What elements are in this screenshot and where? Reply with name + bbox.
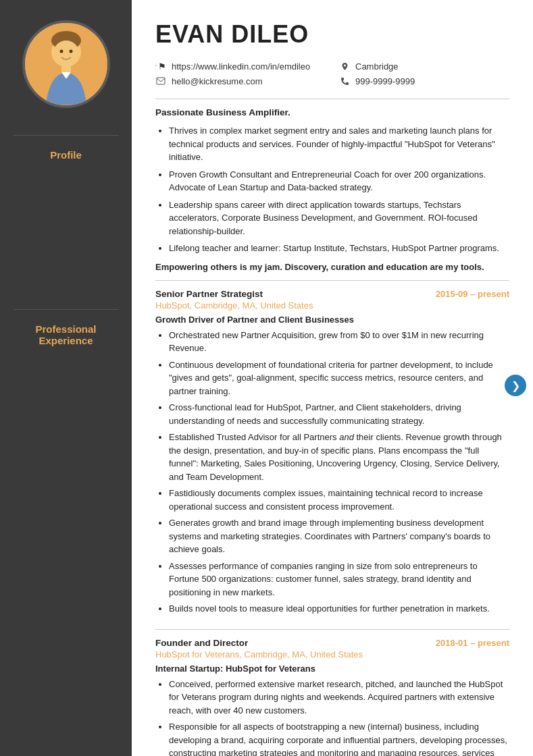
- linkedin-item: ⚑ https://www.linkedin.com/in/emdileo: [155, 61, 326, 72]
- experience-divider: [14, 309, 119, 310]
- profile-bullets: Thrives in complex market segment entry …: [155, 124, 509, 255]
- phone-text: 999-9999-9999: [355, 76, 415, 86]
- svg-point-4: [59, 50, 63, 53]
- exp-bullets-2: Conceived, performed extensive market re…: [155, 678, 509, 757]
- list-item: Conceived, performed extensive market re…: [169, 678, 509, 718]
- list-item: Thrives in complex market segment entry …: [169, 124, 509, 164]
- exp-subtitle-1: Growth Driver of Partner and Client Busi…: [155, 315, 509, 325]
- list-item: Assesses performance of companies rangin…: [169, 560, 509, 599]
- list-item: Cross-functional lead for HubSpot, Partn…: [169, 401, 509, 427]
- avatar-image: [25, 23, 107, 105]
- list-item: Continuous development of foundational c…: [169, 358, 509, 398]
- exp-company-2: HubSpot for Veterans, Cambridge, MA, Uni…: [155, 649, 509, 659]
- exp-title-1: Senior Partner Strategist: [155, 289, 263, 299]
- svg-rect-6: [61, 64, 71, 72]
- email-icon: [155, 76, 166, 86]
- page-wrapper: Profile Professional Experience EVAN DIL…: [0, 0, 533, 756]
- list-item: Orchestrated new Partner Acquisition, gr…: [169, 329, 509, 355]
- list-item: Fastidiously documents complex issues, m…: [169, 487, 509, 513]
- contact-info: ⚑ https://www.linkedin.com/in/emdileo Ca…: [155, 61, 509, 86]
- exp-header-1: Senior Partner Strategist 2015-09 – pres…: [155, 289, 509, 299]
- list-item: Established Trusted Advisor for all Part…: [169, 431, 509, 483]
- exp-subtitle-2: Internal Startup: HubSpot for Veterans: [155, 664, 509, 674]
- location-text: Cambridge: [355, 61, 399, 72]
- main-content: EVAN DILEO ⚑ https://www.linkedin.com/in…: [132, 0, 533, 756]
- exp-bullets-1: Orchestrated new Partner Acquisition, gr…: [155, 329, 509, 616]
- header-divider: [155, 99, 509, 99]
- exp-company-1: HubSpot, Cambridge, MA, United States: [155, 300, 509, 310]
- profile-tagline: Passionate Business Amplifier.: [155, 107, 509, 117]
- linkedin-icon: ⚑: [155, 61, 166, 72]
- exp-header-2: Founder and Director 2018-01 – present: [155, 638, 509, 648]
- candidate-name: EVAN DILEO: [155, 20, 509, 49]
- linkedin-url: https://www.linkedin.com/in/emdileo: [172, 61, 310, 72]
- list-item: Builds novel tools to measure ideal oppo…: [169, 602, 509, 616]
- exp-entry-2: Founder and Director 2018-01 – present H…: [155, 638, 509, 757]
- list-item: Responsible for all aspects of bootstrap…: [169, 720, 509, 756]
- experience-section-label: Professional Experience: [28, 323, 103, 346]
- profile-closing: Empowering others is my jam. Discovery, …: [155, 262, 509, 272]
- svg-rect-9: [157, 78, 165, 84]
- svg-point-3: [53, 40, 79, 66]
- email-item: hello@kickresume.com: [155, 76, 326, 86]
- exp-dates-1: 2015-09 – present: [436, 289, 509, 299]
- location-icon: [339, 61, 350, 72]
- location-item: Cambridge: [339, 61, 509, 72]
- exp-title-2: Founder and Director: [155, 638, 248, 648]
- profile-section-label: Profile: [43, 149, 88, 161]
- exp-entry-1: Senior Partner Strategist 2015-09 – pres…: [155, 289, 509, 616]
- avatar: [22, 20, 110, 108]
- list-item: Generates growth and brand image through…: [169, 516, 509, 556]
- svg-point-5: [69, 50, 72, 53]
- scroll-next-button[interactable]: ❯: [505, 375, 526, 396]
- list-item: Leadership spans career with direct appl…: [169, 198, 509, 238]
- email-text: hello@kickresume.com: [172, 76, 263, 86]
- profile-divider: [14, 135, 119, 136]
- sidebar: Profile Professional Experience: [0, 0, 132, 756]
- profile-section: Passionate Business Amplifier. Thrives i…: [155, 107, 509, 272]
- exp-dates-2: 2018-01 – present: [436, 638, 509, 648]
- exp-divider: [155, 629, 509, 630]
- profile-exp-divider: [155, 280, 509, 281]
- list-item: Proven Growth Consultant and Entrepreneu…: [169, 168, 509, 194]
- phone-item: 999-9999-9999: [339, 76, 509, 86]
- phone-icon: [339, 76, 350, 86]
- list-item: Lifelong teacher and learner: Startup In…: [169, 242, 509, 255]
